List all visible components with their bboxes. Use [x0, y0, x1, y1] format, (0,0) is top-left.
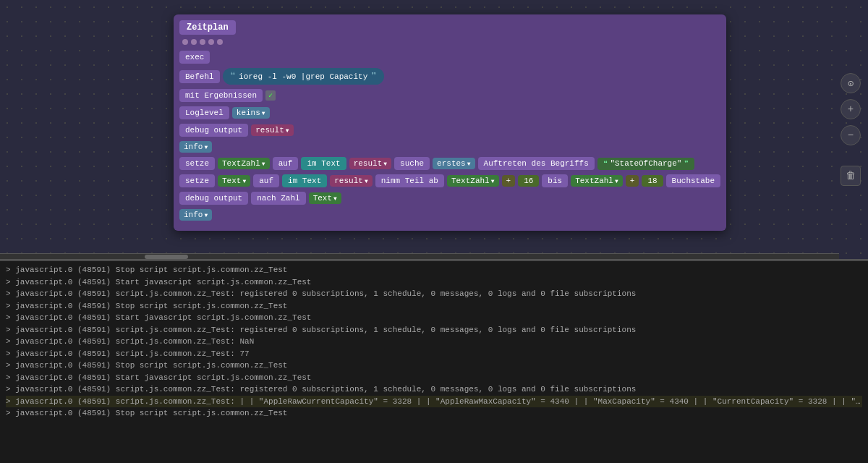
log-line: > javascript.0 (48591) script.js.common.…	[6, 288, 862, 300]
num-16: 16	[518, 175, 539, 187]
erstes-dropdown[interactable]: erstes	[433, 158, 475, 169]
canvas-area: Zeitplan exec Befehl ❝ ioreg -l -w0 |gre…	[0, 0, 868, 260]
block-panel: Zeitplan exec Befehl ❝ ioreg -l -w0 |gre…	[174, 14, 726, 231]
quote-right: ❞	[684, 159, 689, 169]
log-line: > javascript.0 (48591) script.js.common.…	[6, 383, 862, 396]
result-dropdown-2[interactable]: result	[349, 158, 391, 169]
dot-5	[217, 39, 223, 45]
log-line: > javascript.0 (48591) script.js.common.…	[6, 336, 862, 348]
log-line: > javascript.0 (48591) script.js.common.…	[6, 324, 862, 336]
log-area[interactable]: > javascript.0 (48591) Stop script scrip…	[0, 260, 868, 463]
result-dropdown-1[interactable]: result	[251, 124, 293, 136]
canvas-scrollbar[interactable]	[0, 253, 839, 259]
panel-dots	[179, 39, 720, 45]
auf-label-2: auf	[253, 174, 279, 187]
side-tools: ⊙ + − 🗑	[841, 73, 861, 186]
nach-zahl-label: nach Zahl	[251, 192, 305, 205]
quote-left: ❝	[603, 159, 608, 169]
auftreten-label: Auftreten des Begriffs	[478, 157, 595, 170]
target-button[interactable]: ⊙	[841, 73, 861, 93]
loglevel-row: Loglevel keins	[179, 106, 720, 119]
log-line: > javascript.0 (48591) script.js.common.…	[6, 348, 862, 360]
log-line: > javascript.0 (48591) Start javascript …	[6, 276, 862, 289]
info-row-2: info	[179, 209, 720, 221]
dot-2	[191, 39, 197, 45]
log-line: > javascript.0 (48591) script.js.common.…	[6, 396, 862, 408]
loglevel-label: Loglevel	[179, 106, 229, 119]
text-dropdown[interactable]: Text	[218, 175, 250, 187]
zoom-out-button[interactable]: −	[841, 125, 861, 145]
dot-3	[200, 39, 205, 45]
zoom-in-button[interactable]: +	[841, 99, 861, 119]
num-18: 18	[642, 175, 663, 187]
nimm-teil-label: nimm Teil ab	[375, 174, 444, 187]
command-block[interactable]: ❝ ioreg -l -w0 |grep Capacity ❞	[223, 68, 384, 85]
mit-ergebnissen-label: mit Ergebnissen	[179, 89, 263, 102]
debug-output-label-2: debug output	[179, 192, 248, 205]
text-val-dropdown[interactable]: Text	[309, 192, 341, 204]
setze-textzahl-row: setze TextZahl auf im Text result suche …	[179, 157, 720, 170]
setze-label-2: setze	[179, 174, 215, 187]
checkbox[interactable]: ✓	[265, 90, 276, 101]
checkbox-item[interactable]: ✓	[265, 90, 276, 101]
bracket-left: ❝	[230, 70, 236, 82]
info-dropdown-2[interactable]: info	[179, 209, 212, 221]
panel-title: Zeitplan	[179, 20, 236, 35]
log-line: > javascript.0 (48591) Stop script scrip…	[6, 264, 862, 276]
info-dropdown-1[interactable]: info	[179, 141, 212, 153]
plus-block-1: +	[502, 175, 516, 187]
exec-row: exec	[179, 51, 720, 64]
log-line: > javascript.0 (48591) Start javascript …	[6, 312, 862, 324]
auf-label-1: auf	[273, 157, 299, 170]
command-text: ioreg -l -w0 |grep Capacity	[239, 72, 367, 81]
debug-output-label-1: debug output	[179, 124, 248, 137]
log-line: > javascript.0 (48591) Start javascript …	[6, 372, 862, 384]
textzahl-dropdown-1[interactable]: TextZahl	[218, 158, 270, 169]
debug-output-row-2: debug output nach Zahl Text	[179, 192, 720, 205]
plus-block-2: +	[626, 175, 639, 187]
setze-text-row: setze Text auf im Text result nimm Teil …	[179, 174, 720, 187]
setze-label-1: setze	[179, 157, 215, 170]
log-line: > javascript.0 (48591) Stop script scrip…	[6, 300, 862, 313]
dot-1	[182, 39, 188, 45]
info-row-1: info	[179, 141, 720, 153]
exec-label: exec	[179, 51, 210, 64]
buchstabe-label: Buchstabe	[666, 174, 720, 187]
bracket-right: ❞	[370, 70, 376, 82]
mit-ergebnissen-row: mit Ergebnissen ✓	[179, 89, 720, 102]
debug-output-row-1: debug output result	[179, 124, 720, 137]
befehl-label: Befehl	[179, 70, 220, 83]
textzahl-dropdown-2[interactable]: TextZahl	[447, 175, 499, 187]
log-line: > javascript.0 (48591) Stop script scrip…	[6, 360, 862, 372]
im-text-label-2: im Text	[282, 174, 327, 187]
trash-button[interactable]: 🗑	[841, 166, 861, 186]
dot-4	[208, 39, 214, 45]
scrollbar-thumb	[145, 255, 188, 259]
log-line: > javascript.0 (48591) Stop script scrip…	[6, 407, 862, 420]
befehl-row: Befehl ❝ ioreg -l -w0 |grep Capacity ❞	[179, 68, 720, 85]
state-of-charge-string: ❝ "StateOfCharge" ❞	[597, 158, 694, 170]
suche-label: suche	[394, 157, 430, 170]
textzahl-dropdown-3[interactable]: TextZahl	[571, 175, 623, 187]
im-text-label-1: im Text	[301, 157, 346, 170]
loglevel-dropdown[interactable]: keins	[232, 107, 270, 119]
string-value: "StateOfCharge"	[610, 159, 681, 168]
bis-dropdown-label: bis	[542, 174, 568, 187]
result-dropdown-3[interactable]: result	[330, 175, 372, 187]
